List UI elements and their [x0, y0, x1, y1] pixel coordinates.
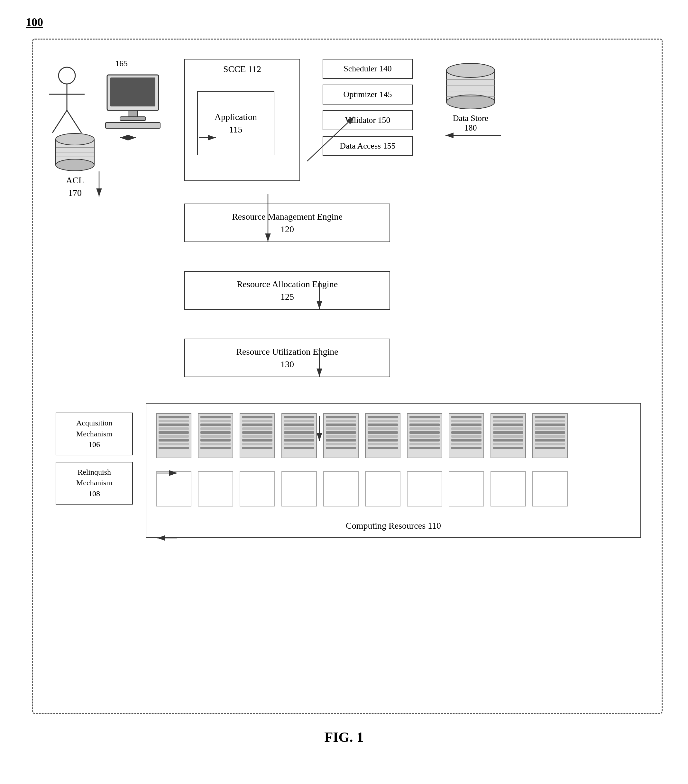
rme-box: Resource Management Engine 120: [184, 204, 390, 242]
svg-point-0: [59, 67, 75, 84]
application-label: Application 115: [214, 110, 257, 136]
scce-title: SCCE 112: [223, 64, 261, 74]
svg-rect-7: [128, 110, 138, 117]
scheduler-box: Scheduler 140: [323, 59, 412, 79]
datastore-label: Data Store 180: [442, 114, 500, 133]
server-row: [156, 413, 631, 458]
datastore-area: Data Store 180: [442, 59, 500, 133]
validator-box: Validator 150: [323, 110, 412, 130]
empty-box: [490, 471, 526, 506]
acl-database: ACL 170: [53, 130, 97, 181]
svg-rect-8: [120, 117, 146, 120]
page-number: 100: [26, 15, 43, 29]
label-165: 165: [115, 59, 128, 69]
server-unit: [281, 413, 317, 458]
computing-resources-label: Computing Resources 110: [346, 520, 441, 531]
svg-rect-6: [111, 77, 155, 107]
server-unit: [198, 413, 233, 458]
empty-box: [323, 471, 359, 506]
rae-label: Resource Allocation Engine 125: [237, 278, 338, 303]
data-access-box: Data Access 155: [323, 136, 412, 156]
acquisition-box: Acquisition Mechanism 106: [56, 413, 133, 455]
empty-box: [281, 471, 317, 506]
empty-box: [407, 471, 442, 506]
application-box: Application 115: [197, 91, 274, 155]
rue-box: Resource Utilization Engine 130: [184, 339, 390, 377]
svg-rect-9: [106, 122, 160, 128]
empty-box: [449, 471, 484, 506]
right-components: Scheduler 140 Optimizer 145 Validator 15…: [323, 59, 412, 162]
svg-point-17: [446, 63, 495, 77]
empty-box: [198, 471, 233, 506]
rae-box: Resource Allocation Engine 125: [184, 271, 390, 310]
empty-box: [532, 471, 568, 506]
computer-icon: [104, 72, 168, 130]
figure-label: FIG. 1: [324, 729, 363, 745]
server-unit: [407, 413, 442, 458]
svg-point-12: [56, 159, 94, 171]
computing-resources-box: Computing Resources 110: [146, 403, 641, 538]
outer-diagram-box: 165 ACL 170 SCCE 112 Application 115: [32, 39, 663, 714]
svg-point-11: [56, 133, 94, 145]
mechanisms-area: Acquisition Mechanism 106 Relinquish Mec…: [49, 403, 139, 538]
rue-label: Resource Utilization Engine 130: [236, 345, 338, 371]
acl-label: ACL 170: [53, 174, 97, 199]
empty-box: [365, 471, 401, 506]
optimizer-box: Optimizer 145: [323, 84, 412, 104]
rme-label: Resource Management Engine 120: [232, 210, 343, 236]
server-unit: [532, 413, 568, 458]
server-unit: [365, 413, 401, 458]
person-icon: [46, 65, 88, 136]
relinquish-box: Relinquish Mechanism 108: [56, 462, 133, 504]
server-unit: [156, 413, 191, 458]
empty-box: [156, 471, 191, 506]
server-unit: [239, 413, 275, 458]
server-unit: [490, 413, 526, 458]
empty-box-row: [156, 471, 631, 506]
server-unit: [323, 413, 359, 458]
empty-box: [239, 471, 275, 506]
server-unit: [449, 413, 484, 458]
